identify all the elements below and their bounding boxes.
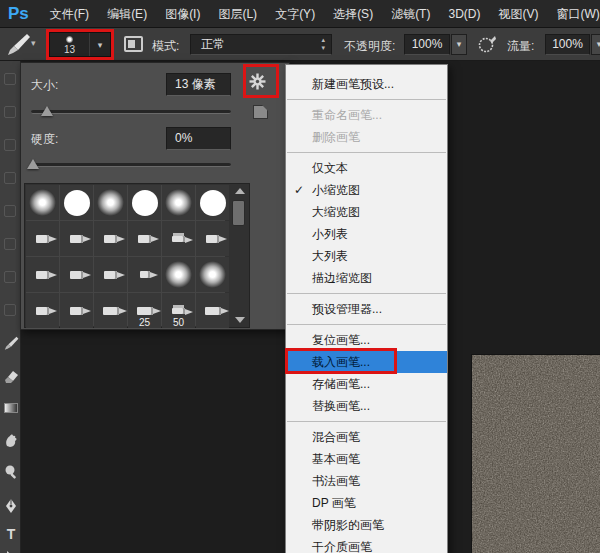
dodge-tool-icon[interactable] (1, 462, 21, 482)
scroll-up-icon[interactable] (235, 188, 245, 194)
brush-preset-3[interactable] (94, 185, 127, 220)
eraser-tool-icon[interactable] (1, 366, 21, 386)
blend-mode-select[interactable]: 正常 ▴▾ (190, 34, 332, 55)
pen-tool-icon[interactable] (1, 496, 21, 516)
menu-item-large-thumbnail[interactable]: 大缩览图 (286, 201, 447, 223)
path-select-tool-icon[interactable] (1, 548, 21, 553)
menu-layer[interactable]: 图层(L) (209, 0, 266, 28)
move-tool-icon[interactable] (4, 73, 16, 85)
menu-item-dry-media-brushes[interactable]: 干介质画笔 (286, 536, 447, 553)
brush-preset-10[interactable] (128, 221, 161, 256)
ps-logo: Ps (8, 4, 29, 24)
menu-edit[interactable]: 编辑(E) (98, 0, 156, 28)
menu-item-large-list[interactable]: 大列表 (286, 245, 447, 267)
size-slider-thumb[interactable] (41, 106, 53, 116)
flow-dropdown-arrow[interactable]: ▾ (591, 34, 600, 55)
brush-preset-5[interactable] (162, 185, 195, 220)
size-value-field[interactable]: 13 像素 (166, 73, 231, 96)
hardness-slider-thumb[interactable] (27, 159, 39, 169)
brush-preset-picker-button[interactable]: 13 ▾ (49, 32, 111, 57)
menu-filter[interactable]: 滤镜(T) (382, 0, 439, 28)
menu-item-load-brushes[interactable]: 载入画笔... (286, 351, 447, 373)
gear-icon[interactable] (249, 73, 266, 94)
brush-tip-dot (66, 36, 73, 43)
brush-preset-18[interactable] (196, 257, 229, 292)
menu-select[interactable]: 选择(S) (324, 0, 382, 28)
menu-3d[interactable]: 3D(D) (439, 0, 489, 28)
brush-preset-7[interactable] (26, 221, 59, 256)
brush-preset-16[interactable] (128, 257, 161, 292)
menu-image[interactable]: 图像(I) (156, 0, 209, 28)
size-slider[interactable] (31, 110, 231, 114)
smudge-tool-icon[interactable] (1, 430, 21, 450)
brush-preset-13[interactable] (26, 257, 59, 292)
menu-item-dp-brushes[interactable]: DP 画笔 (286, 492, 447, 514)
crop-tool-icon[interactable] (4, 205, 16, 217)
brush-preset-6[interactable] (196, 185, 229, 220)
toggle-brush-panel-icon[interactable] (124, 36, 143, 52)
lasso-tool-icon[interactable] (4, 139, 16, 151)
menu-item-replace-brushes[interactable]: 替换画笔... (286, 395, 447, 417)
scroll-down-icon[interactable] (235, 317, 245, 323)
hardness-slider[interactable] (31, 163, 231, 167)
menu-file[interactable]: 文件(F) (41, 0, 98, 28)
brush-preset-23[interactable]: 50 (162, 293, 195, 328)
brush-preset-15[interactable] (94, 257, 127, 292)
selection-tool-icon[interactable] (4, 172, 16, 184)
menu-separator (287, 324, 446, 325)
menu-item-drop-shadow-brushes[interactable]: 带阴影的画笔 (286, 514, 447, 536)
hardness-value-field[interactable]: 0% (166, 127, 231, 150)
brush-tool-icon[interactable] (1, 333, 21, 353)
brush-preset-9[interactable] (94, 221, 127, 256)
chevron-down-icon[interactable]: ▾ (31, 38, 36, 48)
gradient-tool-icon[interactable] (1, 398, 21, 418)
brush-preset-14[interactable] (60, 257, 93, 292)
brush-preset-22[interactable]: 25 (128, 293, 161, 328)
airbrush-icon[interactable] (477, 34, 497, 58)
brush-preset-21[interactable] (94, 293, 127, 328)
brush-thumbnail (200, 190, 226, 216)
menu-item-text-only[interactable]: 仅文本 (286, 157, 447, 179)
healing-tool-icon[interactable] (4, 271, 16, 283)
marquee-tool-icon[interactable] (4, 106, 16, 118)
brush-preset-17[interactable] (162, 257, 195, 292)
flow-value[interactable]: 100% (545, 34, 590, 55)
brush-preset-24[interactable] (196, 293, 229, 328)
menu-item-basic-brushes[interactable]: 基本画笔 (286, 448, 447, 470)
menu-view[interactable]: 视图(V) (489, 0, 547, 28)
scrollbar-thumb[interactable] (232, 200, 245, 226)
menu-item-preset-manager[interactable]: 预设管理器... (286, 298, 447, 320)
brush-thumbnail (70, 271, 83, 279)
brush-preset-19[interactable] (26, 293, 59, 328)
menu-item-calligraphic-brushes[interactable]: 书法画笔 (286, 470, 447, 492)
brush-thumbnail (132, 190, 158, 216)
brush-preset-4[interactable] (128, 185, 161, 220)
menu-item-label: 载入画笔... (312, 355, 370, 369)
menu-item-reset-brushes[interactable]: 复位画笔... (286, 329, 447, 351)
menu-item-label: DP 画笔 (312, 496, 356, 510)
flyout-menu-list: 新建画笔预设...重命名画笔...删除画笔仅文本✓小缩览图大缩览图小列表大列表描… (286, 65, 447, 553)
brush-preset-1[interactable] (26, 185, 59, 220)
brush-preset-12[interactable] (196, 221, 229, 256)
new-brush-icon[interactable] (253, 105, 268, 119)
brush-preset-11[interactable] (162, 221, 195, 256)
menu-item-small-list[interactable]: 小列表 (286, 223, 447, 245)
brush-preset-20[interactable] (60, 293, 93, 328)
menu-type[interactable]: 文字(Y) (266, 0, 324, 28)
type-tool-icon[interactable]: T (1, 524, 21, 544)
menu-window[interactable]: 窗口(W) (547, 0, 600, 28)
stamp-tool-icon[interactable] (4, 304, 16, 316)
eyedropper-tool-icon[interactable] (4, 238, 16, 250)
menu-item-stroke-thumbnail[interactable]: 描边缩览图 (286, 267, 447, 289)
brush-preset-2[interactable] (60, 185, 93, 220)
brush-preset-8[interactable] (60, 221, 93, 256)
menu-item-assorted-brushes[interactable]: 混合画笔 (286, 426, 447, 448)
chevron-down-icon[interactable]: ▾ (90, 33, 110, 56)
brush-grid-scrollbar[interactable] (232, 186, 246, 325)
brush-tool-icon[interactable] (5, 31, 31, 61)
menu-item-small-thumbnail[interactable]: ✓小缩览图 (286, 179, 447, 201)
opacity-dropdown-arrow[interactable]: ▾ (451, 34, 467, 55)
menu-item-new-brush-preset[interactable]: 新建画笔预设... (286, 73, 447, 95)
opacity-value[interactable]: 100% (404, 34, 450, 55)
menu-item-save-brushes[interactable]: 存储画笔... (286, 373, 447, 395)
